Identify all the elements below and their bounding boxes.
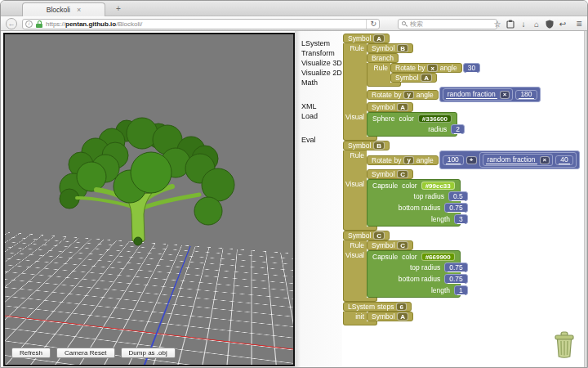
home-icon[interactable]: ⌂ (532, 19, 541, 29)
number-block[interactable]: 30 (463, 63, 480, 73)
toolbox-item-visualize2d[interactable]: Visualize 2D (301, 68, 342, 78)
page-content: Refresh Camera Reset Dump as .obj LSyste… (1, 31, 588, 368)
number-block[interactable]: 40 (555, 155, 572, 165)
symbol-dropdown[interactable]: B (397, 44, 408, 52)
number-block[interactable]: 0.75 (444, 263, 468, 272)
symbol-statement[interactable]: Symbol B (367, 43, 413, 53)
number-block[interactable]: 3 (454, 214, 468, 224)
reload-icon[interactable]: ↻ (366, 20, 376, 29)
toolbox-item-visualize3d[interactable]: Visualize 3D (301, 58, 342, 68)
lock-icon[interactable] (36, 20, 42, 28)
symbol-dropdown[interactable]: A (421, 74, 432, 82)
viewer-buttons: Refresh Camera Reset Dump as .obj (11, 348, 176, 358)
lsystem-block[interactable]: LSystem steps 6 init Symbol A (343, 302, 580, 325)
sphere-block[interactable]: Sphere color #336600 radius 2 (367, 112, 457, 137)
url-bar[interactable]: i https:// pentan.github.io /Blockoli/ ↻ (22, 19, 380, 29)
menu-icon[interactable]: ≡ (574, 19, 584, 29)
url-scheme: https:// (46, 20, 65, 28)
symbol-a-header[interactable]: Symbol A (343, 34, 390, 43)
axis-dropdown[interactable]: y (403, 91, 413, 99)
refresh-button[interactable]: Refresh (11, 348, 51, 358)
branch-header[interactable]: Branch (367, 53, 399, 63)
operator-dropdown[interactable]: × (540, 156, 550, 164)
symbol-dropdown[interactable]: A (397, 312, 408, 321)
color-field[interactable]: #336600 (418, 114, 452, 123)
downloads-icon[interactable]: ↓ (519, 19, 528, 29)
bookmarks-icon[interactable] (506, 19, 515, 29)
number-block[interactable]: 180 (515, 90, 537, 100)
blockly-pane: LSystem Transform Visualize 3D Visualize… (295, 31, 588, 368)
symbol-statement[interactable]: Symbol A (367, 102, 413, 112)
block-stack: Symbol A Rule Symbol B (343, 34, 580, 325)
operator-dropdown[interactable]: + (466, 156, 477, 164)
shield-icon[interactable] (545, 19, 555, 29)
rotate-by-block[interactable]: Rotate by y angle 100 + (367, 150, 580, 169)
steps-field[interactable]: 6 (396, 303, 406, 311)
block-workspace[interactable]: Symbol A Rule Symbol B (342, 31, 588, 368)
symbol-dropdown[interactable]: A (373, 34, 385, 43)
dump-obj-button[interactable]: Dump as .obj (121, 348, 176, 358)
symbol-b-block[interactable]: Symbol B Rule Rotate by y angle (343, 141, 580, 231)
number-block[interactable]: 0.5 (448, 191, 468, 201)
info-icon[interactable]: i (25, 20, 33, 28)
number-block[interactable]: 0.75 (444, 203, 468, 213)
toolbox-item-eval[interactable]: Eval (301, 135, 342, 145)
workspace-scrollbar[interactable] (584, 31, 588, 368)
color-field[interactable]: #669900 (421, 253, 455, 261)
new-tab-button[interactable]: + (112, 4, 125, 15)
number-block[interactable]: 1 (454, 285, 468, 295)
browser-tab[interactable]: Blockoli × (22, 2, 105, 16)
close-tab-icon[interactable]: × (77, 7, 81, 13)
rotate-by-block[interactable]: Rotate by y angle random fraction × (367, 87, 541, 102)
capsule-block[interactable]: Capsule color #99cc33 top radius 0.5 bot… (367, 179, 461, 227)
tab-title: Blockoli (47, 6, 70, 14)
toolbox-item-lsystem[interactable]: LSystem (301, 38, 342, 48)
search-box[interactable] (398, 19, 497, 29)
symbol-statement[interactable]: Symbol A (390, 73, 437, 83)
number-block[interactable]: 0.75 (444, 274, 468, 284)
number-block[interactable]: 100 (443, 155, 464, 165)
operator-dropdown[interactable]: × (500, 91, 510, 99)
symbol-dropdown[interactable]: C (373, 231, 385, 240)
random-fraction-block[interactable]: random fraction × (483, 154, 554, 166)
back-button[interactable]: ← (6, 18, 17, 29)
symbol-a-block[interactable]: Symbol A Rule Symbol B (343, 34, 580, 141)
search-icon (402, 21, 408, 27)
symbol-c-header[interactable]: Symbol C (343, 231, 390, 240)
number-block[interactable]: 2 (451, 124, 465, 134)
viewport-3d[interactable]: Refresh Camera Reset Dump as .obj (3, 33, 295, 366)
lsystem-header[interactable]: LSystem steps 6 (343, 302, 412, 312)
toolbox-item-math[interactable]: Math (301, 78, 342, 88)
symbol-dropdown[interactable]: A (397, 103, 408, 111)
capsule-block[interactable]: Capsule color #669900 top radius 0.75 bo… (367, 250, 461, 298)
share-icon[interactable]: ↩ (558, 19, 568, 29)
toolbox-item-transform[interactable]: Transform (301, 48, 342, 58)
branch-block[interactable]: Branch Rule Rotate by (367, 53, 480, 87)
symbol-dropdown[interactable]: C (397, 170, 408, 178)
multiply-block[interactable]: random fraction × 180 (439, 87, 541, 102)
bookmark-star-icon[interactable]: ☆ (492, 19, 502, 29)
symbol-statement[interactable]: Symbol C (367, 240, 413, 250)
symbol-b-header[interactable]: Symbol B (343, 141, 390, 150)
block-toolbox: LSystem Transform Visualize 3D Visualize… (295, 31, 342, 368)
add-block[interactable]: 100 + random fraction × 40 (439, 150, 580, 169)
broccoli-model (5, 34, 293, 365)
axis-dropdown[interactable]: x (427, 64, 437, 72)
axis-dropdown[interactable]: y (403, 156, 413, 164)
symbol-dropdown[interactable]: C (397, 241, 408, 249)
symbol-statement[interactable]: Symbol A (367, 312, 413, 321)
navigation-bar: ← i https:// pentan.github.io /Blockoli/… (1, 16, 587, 31)
random-fraction-block[interactable]: random fraction × (443, 88, 514, 101)
symbol-statement[interactable]: Symbol C (367, 169, 413, 179)
camera-reset-button[interactable]: Camera Reset (56, 348, 115, 358)
search-input[interactable] (410, 20, 492, 28)
symbol-c-block[interactable]: Symbol C Rule Symbol C (343, 231, 580, 302)
symbol-dropdown[interactable]: B (373, 141, 385, 150)
multiply-block[interactable]: random fraction × 40 (479, 152, 577, 168)
tab-bar: Blockoli × + (1, 1, 587, 16)
toolbox-item-load[interactable]: Load (301, 111, 342, 121)
toolbox-item-xml[interactable]: XML (301, 101, 342, 111)
color-field[interactable]: #99cc33 (421, 182, 455, 190)
trash-icon[interactable] (553, 331, 576, 359)
rotate-by-block[interactable]: Rotate by x angle 30 (390, 63, 480, 73)
